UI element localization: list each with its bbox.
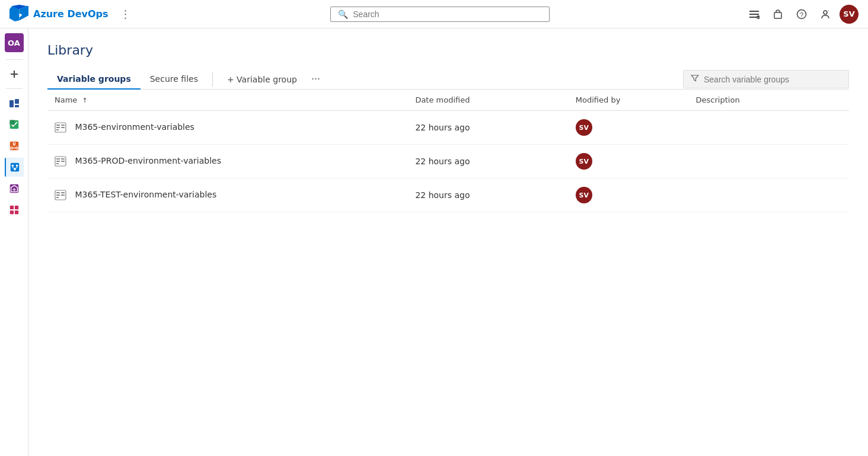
svg-text:?: ? <box>800 11 803 18</box>
table-row[interactable]: M365-environment-variables 22 hours ago … <box>47 111 849 145</box>
global-search-box[interactable]: 🔍 <box>330 7 550 22</box>
row-2-user-avatar: SV <box>576 153 592 170</box>
sidebar-divider-2 <box>6 88 23 89</box>
variable-group-icon-3 <box>55 189 66 201</box>
row-3-date: 22 hours ago <box>408 178 568 212</box>
svg-rect-26 <box>9 211 13 214</box>
tabs-actions: + Variable group ··· <box>218 71 330 87</box>
queue-icon <box>749 9 760 20</box>
column-header-description[interactable]: Description <box>689 90 849 111</box>
settings-user-icon-btn[interactable] <box>816 5 835 24</box>
repos-icon <box>9 141 20 151</box>
test-plans-icon <box>9 119 20 130</box>
sidebar-item-artifacts[interactable] <box>5 179 24 198</box>
svg-rect-0 <box>749 11 759 12</box>
svg-point-21 <box>15 165 18 167</box>
svg-rect-11 <box>15 99 19 104</box>
nav-more-dots[interactable]: ⋮ <box>116 5 136 23</box>
tab-separator <box>212 72 213 87</box>
svg-rect-44 <box>61 194 65 196</box>
shopping-bag-icon-btn[interactable] <box>768 5 787 24</box>
row-2-description <box>689 145 849 178</box>
row-1-description <box>689 111 849 145</box>
sidebar-item-add[interactable] <box>5 65 24 84</box>
variable-group-icon-2 <box>55 155 66 167</box>
help-icon-btn[interactable]: ? <box>792 5 811 24</box>
sidebar-item-packages[interactable] <box>5 200 24 219</box>
pipelines-icon <box>9 162 20 173</box>
column-header-modified-by[interactable]: Modified by <box>569 90 689 111</box>
page-title: Library <box>47 43 849 58</box>
search-variable-groups-input[interactable] <box>704 75 841 84</box>
svg-rect-27 <box>14 211 18 214</box>
sidebar-item-test-plans[interactable] <box>5 115 24 134</box>
svg-rect-39 <box>56 163 59 164</box>
queue-icon-btn[interactable] <box>745 5 764 24</box>
azure-devops-logo-icon <box>9 5 28 24</box>
svg-rect-4 <box>774 12 781 18</box>
help-icon: ? <box>796 9 807 20</box>
column-header-date-modified[interactable]: Date modified <box>408 90 568 111</box>
table-body: M365-environment-variables 22 hours ago … <box>47 111 849 212</box>
svg-rect-1 <box>749 14 759 15</box>
svg-rect-2 <box>749 17 757 18</box>
row-2-modified-by: SV <box>569 145 689 178</box>
search-icon: 🔍 <box>338 9 348 19</box>
sidebar-item-pipelines[interactable] <box>5 158 24 177</box>
svg-rect-36 <box>61 158 65 160</box>
sidebar-item-boards[interactable] <box>5 94 24 113</box>
filter-icon <box>691 74 699 84</box>
variable-groups-table: Name ↑ Date modified Modified by Descrip… <box>47 90 849 212</box>
app-logo[interactable]: Azure DevOps <box>9 5 108 24</box>
row-1-user-avatar: SV <box>576 119 592 136</box>
svg-rect-29 <box>56 125 60 126</box>
more-options-btn[interactable]: ··· <box>307 71 325 87</box>
org-avatar[interactable]: OA <box>5 33 24 52</box>
nav-icon-group: ? SV <box>745 5 859 24</box>
global-search-input[interactable] <box>353 9 542 19</box>
variable-group-icon-1 <box>55 122 66 133</box>
tabs-bar: Variable groups Secure files + Variable … <box>47 69 849 90</box>
svg-rect-12 <box>15 105 19 107</box>
svg-rect-42 <box>61 192 65 193</box>
user-avatar[interactable]: SV <box>840 5 859 24</box>
svg-point-20 <box>11 165 14 167</box>
svg-rect-31 <box>56 127 60 128</box>
svg-rect-45 <box>56 197 59 198</box>
tab-secure-files[interactable]: Secure files <box>141 69 208 90</box>
svg-rect-37 <box>56 161 60 162</box>
row-3-description <box>689 178 849 212</box>
artifacts-icon <box>9 183 20 194</box>
table-row[interactable]: M365-PROD-environment-variables 22 hours… <box>47 145 849 178</box>
svg-rect-14 <box>9 120 14 125</box>
row-3-user-avatar: SV <box>576 187 592 203</box>
main-layout: OA <box>0 28 868 456</box>
row-1-modified-by: SV <box>569 111 689 145</box>
content-area: Library Variable groups Secure files + V… <box>28 28 868 456</box>
tab-variable-groups[interactable]: Variable groups <box>47 69 141 90</box>
svg-rect-10 <box>9 100 14 107</box>
column-header-name[interactable]: Name ↑ <box>47 90 408 111</box>
svg-rect-32 <box>61 127 65 128</box>
svg-rect-38 <box>61 161 65 162</box>
sort-indicator-name: ↑ <box>82 97 88 104</box>
search-variable-groups-box[interactable] <box>683 70 849 88</box>
add-icon <box>9 69 20 79</box>
table-row[interactable]: M365-TEST-environment-variables 22 hours… <box>47 178 849 212</box>
add-variable-group-btn[interactable]: + Variable group <box>222 72 302 87</box>
sidebar-item-repos[interactable] <box>5 136 24 155</box>
sidebar-divider-1 <box>6 59 23 60</box>
sidebar: OA <box>0 28 28 456</box>
table-header: Name ↑ Date modified Modified by Descrip… <box>47 90 849 111</box>
row-1-date: 22 hours ago <box>408 111 568 145</box>
settings-user-icon <box>820 9 831 20</box>
packages-icon <box>9 205 20 215</box>
row-2-date: 22 hours ago <box>408 145 568 178</box>
row-2-name: M365-PROD-environment-variables <box>47 145 408 178</box>
boards-icon <box>9 98 20 109</box>
svg-point-7 <box>824 11 827 14</box>
app-name: Azure DevOps <box>33 8 108 20</box>
row-1-name: M365-environment-variables <box>47 111 408 145</box>
svg-rect-33 <box>56 129 59 130</box>
row-3-modified-by: SV <box>569 178 689 212</box>
